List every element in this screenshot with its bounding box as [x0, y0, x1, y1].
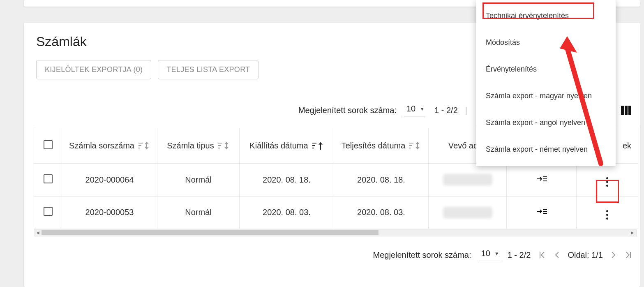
- svg-rect-19: [543, 211, 547, 212]
- menu-item-export-de[interactable]: Számla export - német nyelven: [476, 136, 616, 163]
- next-page-icon[interactable]: [610, 251, 617, 259]
- cell-buyer-tax: [429, 196, 507, 229]
- horizontal-scrollbar[interactable]: ◄ ►: [34, 229, 637, 236]
- row-checkbox[interactable]: [44, 174, 53, 183]
- sort-icon[interactable]: [218, 141, 230, 150]
- cell-invoice-number: 2020-000053: [62, 196, 157, 229]
- chevron-down-icon: ▼: [494, 251, 499, 257]
- prev-page-icon[interactable]: [554, 251, 560, 259]
- table-row: 2020-000053 Normál 2020. 08. 03. 2020. 0…: [34, 196, 638, 229]
- sort-icon[interactable]: [138, 141, 150, 150]
- col-invoice-number: Számla sorszáma: [69, 141, 134, 150]
- scroll-left-icon[interactable]: ◄: [35, 230, 40, 236]
- menu-item-void[interactable]: Érvénytelenítés: [476, 56, 616, 83]
- rows-per-page-select-bottom[interactable]: 10 ▼: [479, 249, 500, 261]
- rows-range-bottom: 1 - 2/2: [508, 250, 531, 260]
- cell-buyer-tax: [429, 164, 507, 197]
- menu-item-technical-void[interactable]: Technikai érvénytelenítés: [476, 2, 616, 29]
- cell-line-action[interactable]: [507, 196, 577, 229]
- svg-rect-15: [543, 176, 547, 177]
- row-checkbox[interactable]: [44, 207, 53, 216]
- rows-per-page-label: Megjelenített sorok száma:: [298, 106, 397, 115]
- col-actions-suffix: ek: [623, 141, 631, 150]
- cell-line-action[interactable]: [507, 164, 577, 197]
- svg-rect-6: [218, 143, 222, 144]
- divider: |: [465, 106, 467, 115]
- export-all-button[interactable]: TELJES LISTA EXPORT: [158, 60, 259, 79]
- first-page-icon[interactable]: [538, 251, 546, 259]
- rows-per-page-label-bottom: Megjelenített sorok száma:: [373, 250, 471, 260]
- cell-invoice-type: Normál: [157, 164, 240, 197]
- menu-item-export-en[interactable]: Számla export - angol nyelven: [476, 109, 616, 136]
- svg-rect-9: [312, 143, 316, 144]
- col-fulfilment-date: Teljesítés dátuma: [342, 141, 406, 150]
- chevron-down-icon: ▼: [420, 106, 425, 112]
- svg-rect-11: [312, 148, 314, 148]
- svg-rect-13: [409, 145, 412, 146]
- svg-rect-16: [543, 178, 547, 179]
- sort-icon[interactable]: [409, 141, 421, 150]
- menu-item-modify[interactable]: Módosítás: [476, 29, 616, 56]
- cell-invoice-number: 2020-000064: [62, 164, 157, 197]
- svg-rect-14: [409, 148, 411, 148]
- svg-rect-4: [138, 145, 141, 146]
- select-all-checkbox[interactable]: [44, 140, 53, 149]
- cell-issue-date: 2020. 08. 03.: [240, 196, 334, 229]
- svg-rect-17: [543, 181, 547, 181]
- page-label: Oldal: 1/1: [568, 250, 603, 260]
- cell-issue-date: 2020. 08. 18.: [240, 164, 334, 197]
- svg-rect-5: [138, 148, 140, 148]
- svg-rect-20: [543, 213, 547, 214]
- col-invoice-type: Számla tipus: [167, 141, 214, 150]
- row-menu-button[interactable]: [602, 176, 613, 188]
- svg-rect-12: [409, 143, 413, 144]
- columns-icon[interactable]: [621, 106, 632, 115]
- row-menu-button[interactable]: [602, 209, 613, 220]
- svg-rect-1: [625, 106, 628, 115]
- cell-invoice-type: Normál: [157, 196, 240, 229]
- sort-asc-icon[interactable]: [312, 141, 324, 150]
- table-row: 2020-000064 Normál 2020. 08. 18. 2020. 0…: [34, 164, 638, 197]
- svg-rect-8: [218, 148, 220, 148]
- rows-per-page-value: 10: [406, 104, 415, 113]
- rows-per-page-select[interactable]: 10 ▼: [404, 104, 425, 116]
- svg-rect-3: [138, 143, 143, 144]
- export-selected-button[interactable]: KIJELÖLTEK EXPORTJA (0): [36, 60, 151, 79]
- cell-fulfilment-date: 2020. 08. 03.: [334, 196, 429, 229]
- row-context-menu: Technikai érvénytelenítés Módosítás Érvé…: [476, 0, 616, 166]
- col-issue-date: Kiállítás dátuma: [249, 141, 308, 150]
- scroll-right-icon[interactable]: ►: [630, 230, 635, 236]
- scroll-thumb[interactable]: [42, 230, 379, 235]
- cell-fulfilment-date: 2020. 08. 18.: [334, 164, 429, 197]
- svg-rect-7: [218, 145, 221, 146]
- last-page-icon[interactable]: [624, 251, 632, 259]
- svg-rect-10: [312, 145, 315, 146]
- rows-per-page-value-bottom: 10: [481, 249, 490, 258]
- rows-range: 1 - 2/2: [434, 106, 458, 115]
- svg-rect-0: [621, 106, 624, 115]
- svg-rect-2: [628, 106, 631, 115]
- svg-rect-18: [543, 209, 547, 210]
- menu-item-export-hu[interactable]: Számla export - magyar nyelven: [476, 83, 616, 109]
